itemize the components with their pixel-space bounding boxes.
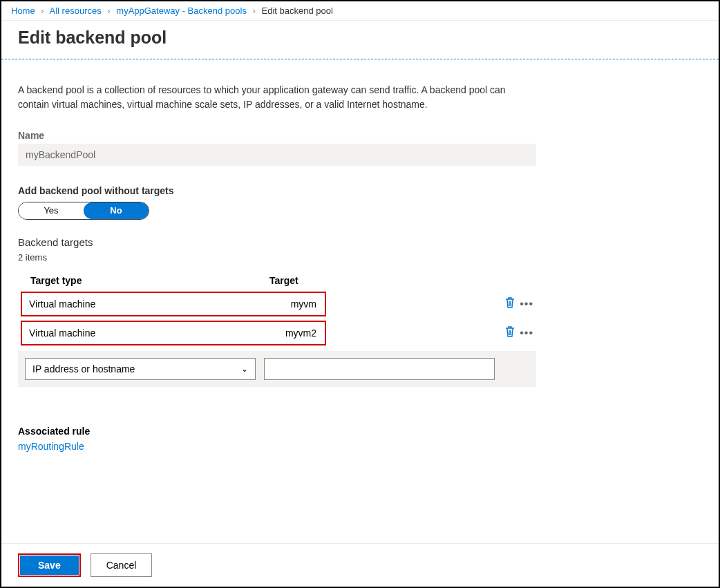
targets-table: Target type Target Virtual machine myvm … — [18, 272, 536, 387]
page-title: Edit backend pool — [1, 21, 719, 59]
without-targets-label: Add backend pool without targets — [18, 185, 702, 196]
item-count: 2 items — [18, 252, 702, 263]
more-icon[interactable]: ••• — [520, 298, 533, 310]
associated-rule-link[interactable]: myRoutingRule — [18, 441, 84, 452]
new-target-row: IP address or hostname ⌄ — [18, 351, 536, 387]
breadcrumb: Home › All resources › myAppGateway - Ba… — [1, 1, 719, 21]
target-row-highlight: Virtual machine myvm — [21, 292, 326, 316]
chevron-right-icon: › — [107, 6, 110, 16]
target-row-highlight: Virtual machine myvm2 — [21, 321, 326, 345]
col-target: Target — [269, 275, 536, 286]
table-row: Virtual machine myvm2 ••• — [18, 321, 536, 345]
chevron-right-icon: › — [253, 6, 256, 16]
cancel-button[interactable]: Cancel — [91, 553, 153, 577]
cell-type: Virtual machine — [29, 328, 268, 339]
associated-rule-label: Associated rule — [18, 426, 702, 437]
col-target-type: Target type — [30, 275, 269, 286]
table-header: Target type Target — [18, 272, 536, 292]
delete-icon[interactable] — [504, 296, 515, 312]
backend-targets-heading: Backend targets — [18, 236, 702, 248]
cell-type: Virtual machine — [29, 298, 268, 310]
more-icon[interactable]: ••• — [520, 327, 533, 339]
footer: Save Cancel — [1, 543, 719, 587]
description-text: A backend pool is a collection of resour… — [18, 83, 529, 112]
name-input[interactable] — [18, 144, 536, 166]
cell-target: myvm2 — [268, 328, 318, 339]
name-label: Name — [18, 130, 702, 141]
without-targets-toggle[interactable]: Yes No — [18, 202, 149, 220]
save-highlight: Save — [18, 553, 81, 577]
target-value-input[interactable] — [264, 358, 495, 380]
chevron-down-icon: ⌄ — [241, 364, 248, 374]
chevron-right-icon: › — [41, 6, 44, 16]
toggle-no[interactable]: No — [84, 202, 149, 219]
cell-target: myvm — [268, 298, 318, 310]
save-button[interactable]: Save — [20, 556, 79, 575]
table-row: Virtual machine myvm ••• — [18, 292, 536, 316]
delete-icon[interactable] — [504, 325, 515, 341]
toggle-yes[interactable]: Yes — [19, 202, 84, 219]
breadcrumb-current: Edit backend pool — [262, 6, 333, 16]
breadcrumb-link-gateway[interactable]: myAppGateway - Backend pools — [116, 6, 247, 16]
target-type-select[interactable]: IP address or hostname ⌄ — [25, 358, 256, 380]
breadcrumb-link-home[interactable]: Home — [11, 6, 35, 16]
breadcrumb-link-all-resources[interactable]: All resources — [50, 6, 102, 16]
select-value: IP address or hostname — [32, 363, 135, 374]
